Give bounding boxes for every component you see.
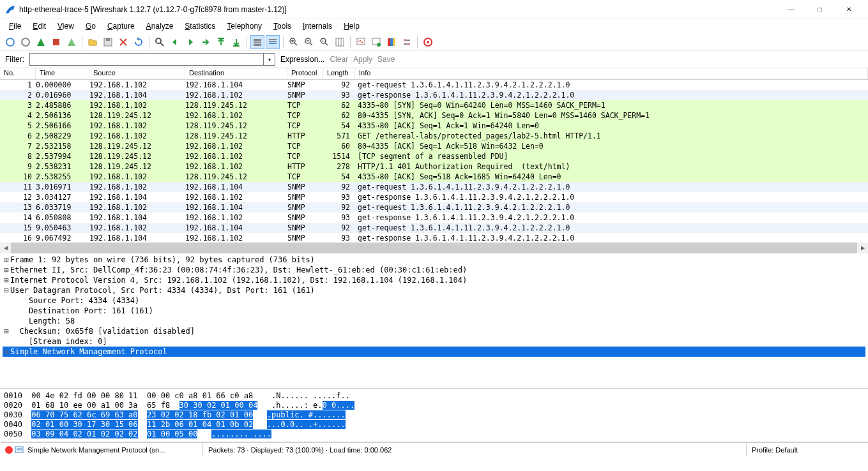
menu-file[interactable]: File bbox=[4, 20, 26, 32]
close-file-icon[interactable] bbox=[116, 35, 130, 49]
table-row[interactable]: 92.538231128.119.245.12192.168.1.102HTTP… bbox=[0, 161, 868, 172]
menu-tools[interactable]: Tools bbox=[268, 20, 296, 32]
minimize-button[interactable]: — bbox=[777, 1, 805, 19]
packet-hscroll[interactable]: ◀ ▶ bbox=[0, 243, 868, 253]
expression-button[interactable]: Expression... bbox=[280, 55, 324, 64]
tree-item[interactable]: ⊞Ethernet II, Src: DellComp_4f:36:23 (00… bbox=[3, 265, 865, 275]
close-button[interactable]: ✕ bbox=[834, 1, 863, 19]
go-forward-icon[interactable] bbox=[183, 35, 197, 49]
menu-statistics[interactable]: Statistics bbox=[179, 20, 220, 32]
start-capture-icon[interactable] bbox=[34, 35, 48, 49]
col-info[interactable]: Info bbox=[355, 68, 868, 79]
hex-row[interactable]: 0040 02 01 00 30 17 30 15 06 11 2b 06 01… bbox=[4, 420, 864, 430]
col-source[interactable]: Source bbox=[89, 68, 185, 79]
table-row[interactable]: 102.538255192.168.1.102128.119.245.12TCP… bbox=[0, 172, 868, 182]
menu-go[interactable]: Go bbox=[80, 20, 101, 32]
hex-row[interactable]: 0030 06 70 75 62 6c 69 63 a0 23 02 02 18… bbox=[4, 410, 864, 420]
find-icon[interactable] bbox=[153, 35, 167, 49]
table-row[interactable]: 136.033719192.168.1.102192.168.1.104SNMP… bbox=[0, 202, 868, 213]
menu-capture[interactable]: Capture bbox=[102, 20, 140, 32]
hex-row[interactable]: 0020 01 68 10 ee 00 a1 00 3a 65 f8 30 30… bbox=[4, 401, 864, 410]
svg-point-26 bbox=[407, 43, 410, 45]
packet-bytes[interactable]: 0010 00 4e 02 fd 00 00 80 11 00 00 c0 a8… bbox=[0, 389, 868, 442]
status-field: Simple Network Management Protocol (sn..… bbox=[27, 446, 165, 454]
coloring-rules-icon[interactable] bbox=[385, 35, 399, 49]
packet-details[interactable]: ⊞Frame 1: 92 bytes on wire (736 bits), 9… bbox=[0, 253, 868, 389]
filter-input[interactable] bbox=[29, 53, 264, 66]
table-row[interactable]: 113.016971192.168.1.102192.168.1.104SNMP… bbox=[0, 182, 868, 192]
col-length[interactable]: Length bbox=[323, 68, 355, 79]
go-to-icon[interactable] bbox=[199, 35, 213, 49]
packet-list[interactable]: No. Time Source Destination Protocol Len… bbox=[0, 68, 868, 243]
filter-dropdown-icon[interactable]: ▾ bbox=[264, 53, 275, 66]
preferences-icon[interactable] bbox=[400, 35, 414, 49]
menu-edit[interactable]: Edit bbox=[27, 20, 51, 32]
table-row[interactable]: 82.537994128.119.245.12192.168.1.102TCP1… bbox=[0, 151, 868, 161]
table-row[interactable]: 146.050808192.168.1.104192.168.1.102SNMP… bbox=[0, 213, 868, 223]
table-row[interactable]: 62.508229192.168.1.102128.119.245.12HTTP… bbox=[0, 131, 868, 141]
auto-scroll-icon[interactable] bbox=[266, 35, 280, 49]
tree-item[interactable]: ⊞Frame 1: 92 bytes on wire (736 bits), 9… bbox=[3, 255, 865, 265]
reload-icon[interactable] bbox=[132, 35, 146, 49]
svg-point-28 bbox=[427, 41, 429, 43]
save-button[interactable]: Save bbox=[377, 55, 395, 64]
table-row[interactable]: 169.067492192.168.1.104192.168.1.102SNMP… bbox=[0, 233, 868, 242]
tree-item[interactable]: Source Port: 4334 (4334) bbox=[3, 295, 865, 306]
tree-item[interactable]: [Stream index: 0] bbox=[3, 336, 865, 347]
clear-button[interactable]: Clear bbox=[330, 55, 348, 64]
tree-item[interactable]: ⊞ Checksum: 0x65f8 [validation disabled] bbox=[3, 326, 865, 336]
resize-columns-icon[interactable] bbox=[333, 35, 347, 49]
zoom-out-icon[interactable] bbox=[302, 35, 316, 49]
display-filters-icon[interactable] bbox=[369, 35, 383, 49]
table-row[interactable]: 52.506166192.168.1.102128.119.245.12TCP5… bbox=[0, 121, 868, 131]
maximize-button[interactable]: □ bbox=[805, 1, 834, 19]
svg-point-5 bbox=[156, 38, 161, 43]
tree-item[interactable]: ⊟User Datagram Protocol, Src Port: 4334 … bbox=[3, 285, 865, 295]
hex-row[interactable]: 0010 00 4e 02 fd 00 00 80 11 00 00 c0 a8… bbox=[4, 391, 864, 401]
menu-telephony[interactable]: Telephony bbox=[222, 20, 267, 32]
tree-item[interactable]: Length: 58 bbox=[3, 316, 865, 326]
col-no[interactable]: No. bbox=[0, 68, 36, 79]
help-icon[interactable] bbox=[421, 35, 435, 49]
annotation-icon[interactable] bbox=[15, 445, 24, 454]
table-row[interactable]: 72.532158128.119.245.12192.168.1.102TCP6… bbox=[0, 141, 868, 151]
packet-list-header[interactable]: No. Time Source Destination Protocol Len… bbox=[0, 68, 868, 80]
menu-view[interactable]: View bbox=[52, 20, 79, 32]
table-row[interactable]: 20.016960192.168.1.104192.168.1.102SNMP9… bbox=[0, 90, 868, 100]
go-back-icon[interactable] bbox=[168, 35, 182, 49]
col-destination[interactable]: Destination bbox=[185, 68, 287, 79]
options-icon[interactable] bbox=[19, 35, 33, 49]
menu-help[interactable]: Help bbox=[339, 20, 365, 32]
toolbar: 1:1 bbox=[0, 33, 868, 51]
zoom-in-icon[interactable] bbox=[287, 35, 301, 49]
menu-analyze[interactable]: Analyze bbox=[141, 20, 179, 32]
menu-internals[interactable]: Internals bbox=[298, 20, 337, 32]
table-row[interactable]: 123.034127192.168.1.104192.168.1.102SNMP… bbox=[0, 192, 868, 202]
stop-capture-icon[interactable] bbox=[49, 35, 63, 49]
status-profile[interactable]: Profile: Default bbox=[747, 443, 868, 456]
col-time[interactable]: Time bbox=[36, 68, 89, 79]
tree-item[interactable]: ⊞Internet Protocol Version 4, Src: 192.1… bbox=[3, 275, 865, 285]
open-icon[interactable] bbox=[86, 35, 100, 49]
scroll-left-icon[interactable]: ◀ bbox=[0, 243, 11, 253]
interfaces-icon[interactable] bbox=[3, 35, 17, 49]
table-row[interactable]: 159.050463192.168.1.102192.168.1.104SNMP… bbox=[0, 223, 868, 233]
table-row[interactable]: 32.485886192.168.1.102128.119.245.12TCP6… bbox=[0, 100, 868, 110]
table-row[interactable]: 42.506136128.119.245.12192.168.1.102TCP6… bbox=[0, 110, 868, 121]
restart-capture-icon[interactable] bbox=[65, 35, 79, 49]
colorize-icon[interactable] bbox=[250, 35, 264, 49]
zoom-100-icon[interactable]: 1:1 bbox=[317, 35, 331, 49]
capture-filters-icon[interactable] bbox=[354, 35, 368, 49]
tree-item[interactable]: Destination Port: 161 (161) bbox=[3, 306, 865, 316]
hex-row[interactable]: 0050 03 09 04 02 01 02 02 02 01 00 05 00… bbox=[4, 430, 864, 439]
scroll-right-icon[interactable]: ▶ bbox=[857, 243, 868, 253]
col-protocol[interactable]: Protocol bbox=[287, 68, 323, 79]
svg-rect-23 bbox=[390, 38, 393, 46]
save-icon[interactable] bbox=[101, 35, 115, 49]
go-last-icon[interactable] bbox=[229, 35, 243, 49]
tree-item[interactable]: ⊞Simple Network Management Protocol bbox=[3, 347, 865, 357]
apply-button[interactable]: Apply bbox=[353, 55, 372, 64]
go-first-icon[interactable] bbox=[214, 35, 228, 49]
expert-info-icon[interactable] bbox=[5, 446, 13, 454]
table-row[interactable]: 10.000000192.168.1.102192.168.1.104SNMP9… bbox=[0, 80, 868, 90]
